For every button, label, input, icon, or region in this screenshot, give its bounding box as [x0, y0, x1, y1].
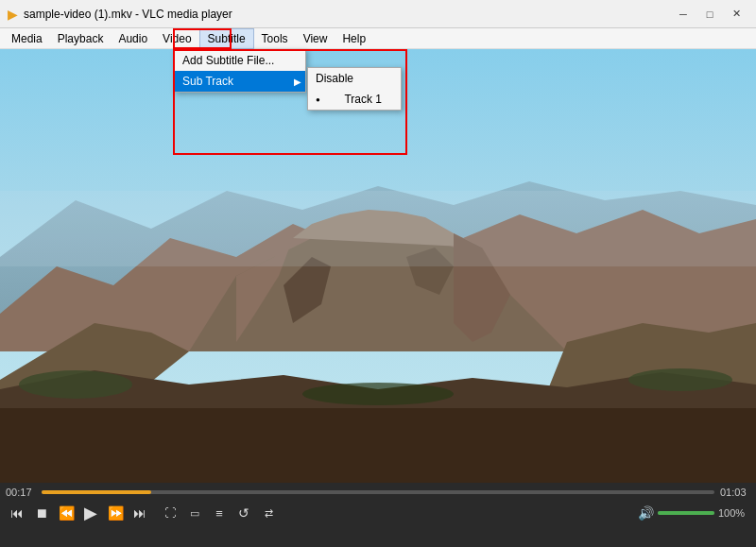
time-total: 01:03	[720, 487, 750, 498]
track1-label: Track 1	[344, 93, 382, 106]
volume-icon: 🔊	[638, 505, 654, 521]
menu-playback[interactable]: Playback	[50, 28, 112, 49]
submenu-arrow-icon: ▶	[294, 77, 301, 87]
svg-point-15	[302, 383, 454, 405]
volume-controls: 🔊 100%	[638, 505, 750, 521]
sub-track-item[interactable]: Sub Track ▶	[175, 71, 305, 92]
video-frame	[0, 49, 756, 483]
menu-media[interactable]: Media	[4, 28, 50, 49]
video-area[interactable]	[0, 49, 756, 483]
control-bar: 00:17 01:03 ⏮ ⏹ ⏪ ▶ ⏩ ⏭ ⛶ ▭ ≡ ↺	[0, 483, 756, 547]
add-subtitle-file-item[interactable]: Add Subtitle File...	[175, 50, 305, 71]
app-icon: ▶	[8, 7, 18, 22]
next-button[interactable]: ⏩	[104, 502, 127, 524]
svg-point-14	[628, 368, 732, 391]
loop-button[interactable]: ↺	[232, 502, 255, 524]
track1-bullet-icon: ●	[316, 95, 320, 104]
menu-video[interactable]: Video	[155, 28, 198, 49]
svg-rect-16	[0, 191, 756, 266]
menu-help[interactable]: Help	[335, 28, 373, 49]
track1-item[interactable]: ● Track 1	[308, 89, 401, 110]
progress-bar-fill	[42, 490, 151, 494]
playlist-button[interactable]: ≡	[208, 502, 231, 524]
maximize-button[interactable]: □	[697, 5, 722, 24]
menu-audio[interactable]: Audio	[111, 28, 155, 49]
skip-start-button[interactable]: ⏮	[6, 502, 28, 524]
time-elapsed: 00:17	[6, 487, 36, 498]
toggle-video-button[interactable]: ▭	[183, 502, 206, 524]
sub-track-label: Sub Track	[182, 75, 233, 88]
subtitle-dropdown: Add Subtitle File... Sub Track ▶ Disable…	[174, 49, 306, 93]
progress-bar[interactable]	[42, 490, 714, 494]
minimize-button[interactable]: ─	[671, 5, 696, 24]
progress-area: 00:17 01:03	[6, 487, 750, 498]
menu-subtitle[interactable]: Subtitle	[199, 28, 254, 49]
playback-controls: ⏮ ⏹ ⏪ ▶ ⏩ ⏭ ⛶ ▭ ≡ ↺ ⇄	[6, 502, 280, 524]
window-title: sample-video (1).mkv - VLC media player	[24, 8, 232, 21]
controls-row: ⏮ ⏹ ⏪ ▶ ⏩ ⏭ ⛶ ▭ ≡ ↺ ⇄ 🔊	[6, 502, 750, 524]
menu-bar: Media Playback Audio Video Subtitle Tool…	[0, 28, 756, 49]
volume-percent: 100%	[718, 507, 750, 519]
prev-button[interactable]: ⏪	[55, 502, 77, 524]
view-controls: ⛶ ▭ ≡ ↺ ⇄	[159, 502, 280, 524]
close-button[interactable]: ✕	[724, 5, 748, 24]
disable-item[interactable]: Disable	[308, 68, 401, 89]
svg-point-13	[19, 370, 132, 399]
play-pause-button[interactable]: ▶	[79, 502, 102, 524]
fullscreen-button[interactable]: ⛶	[159, 502, 181, 524]
stop-button[interactable]: ⏹	[30, 502, 53, 524]
title-bar: ▶ sample-video (1).mkv - VLC media playe…	[0, 0, 756, 28]
video-content	[0, 49, 756, 483]
menu-view[interactable]: View	[296, 28, 335, 49]
volume-bar[interactable]	[658, 511, 714, 515]
menu-tools[interactable]: Tools	[254, 28, 296, 49]
subtrack-dropdown: Disable ● Track 1	[307, 67, 402, 111]
volume-bar-fill	[658, 511, 714, 515]
skip-end-button[interactable]: ⏭	[129, 502, 151, 524]
shuffle-button[interactable]: ⇄	[257, 502, 280, 524]
window-controls: ─ □ ✕	[671, 5, 748, 24]
